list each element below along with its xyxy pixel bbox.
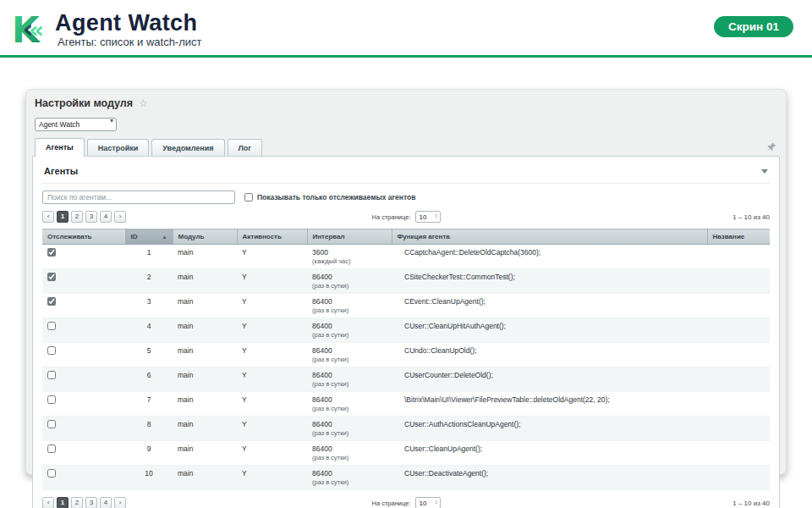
tab-agents[interactable]: Агенты [35, 138, 85, 157]
tab-notifications[interactable]: Уведомления [151, 139, 224, 156]
module-select-wrap: Agent Watch [35, 115, 117, 131]
column-header-track[interactable]: Отслеживать [42, 229, 125, 245]
row-track-checkbox[interactable] [47, 371, 56, 379]
page-button-3[interactable]: 3 [85, 211, 97, 223]
cell-id: 7 [125, 392, 173, 417]
cell-track [42, 318, 125, 343]
cell-id: 6 [125, 367, 173, 392]
cell-active: Y [237, 318, 307, 343]
sort-asc-icon: ▲ [162, 235, 167, 240]
table-row: 2mainY86400(раз в сутки)CSiteCheckerTest… [42, 269, 770, 294]
cell-func: \Bitrix\Main\UI\Viewer\FilePreviewTable:… [392, 392, 707, 417]
page-button-2[interactable]: 2 [71, 497, 83, 508]
screen-badge: Скрин 01 [714, 16, 793, 37]
cell-active: Y [237, 466, 307, 490]
cell-module: main [173, 392, 237, 417]
cell-track [42, 245, 125, 269]
cell-track [42, 466, 125, 490]
row-track-checkbox[interactable] [47, 322, 56, 330]
header-divider [0, 55, 812, 58]
page-button-4[interactable]: 4 [100, 497, 112, 508]
next-page-button[interactable]: › [114, 211, 126, 223]
row-track-checkbox[interactable] [47, 248, 56, 257]
panel-title: Настройки модуля [35, 97, 133, 109]
cell-func: CUser::CleanUpHitAuthAgent(); [392, 318, 707, 343]
svg-text:«: « [29, 16, 44, 43]
section-title: Агенты [44, 166, 78, 176]
row-track-checkbox[interactable] [47, 395, 56, 404]
table-row: 8mainY86400(раз в сутки)CUser::AuthActio… [42, 417, 770, 441]
row-track-checkbox[interactable] [47, 297, 56, 306]
range-label: 1 – 10 из 40 [732, 500, 770, 507]
module-select[interactable]: Agent Watch [35, 118, 117, 131]
column-header-active[interactable]: Активность [237, 229, 307, 245]
row-track-checkbox[interactable] [47, 444, 56, 453]
tab-settings[interactable]: Настройки [87, 139, 149, 156]
tabs-bar: АгентыНастройкиУведомленияЛог [32, 138, 780, 156]
column-header-name[interactable]: Название [707, 229, 770, 245]
cell-track [42, 367, 125, 392]
chevron-down-icon[interactable] [761, 169, 768, 174]
per-page-control: На странице: 10 [372, 497, 441, 508]
cell-interval: 86400(раз в сутки) [307, 466, 392, 490]
cell-interval: 86400(раз в сутки) [307, 269, 392, 294]
cell-module: main [173, 245, 237, 269]
table-row: 7mainY86400(раз в сутки)\Bitrix\Main\UI\… [42, 392, 770, 417]
cell-id: 9 [125, 441, 173, 466]
page-button-2[interactable]: 2 [71, 211, 83, 223]
cell-track [42, 343, 125, 367]
cell-interval: 86400(раз в сутки) [307, 318, 392, 343]
table-row: 1mainY3600(каждый час)CCaptchaAgent::Del… [42, 245, 770, 269]
cell-func: CUser::DeactivateAgent(); [392, 466, 707, 490]
prev-page-button[interactable]: ‹ [42, 211, 54, 223]
per-page-select[interactable]: 10 [415, 211, 441, 223]
table-row: 9mainY86400(раз в сутки)CUser::CleanUpAg… [42, 441, 770, 466]
favorite-star-icon[interactable]: ☆ [139, 98, 148, 108]
row-track-checkbox[interactable] [47, 420, 56, 428]
cell-func: CUndo::CleanUpOld(); [392, 343, 707, 367]
search-input[interactable] [42, 190, 235, 204]
cell-track [42, 441, 125, 466]
column-header-interval[interactable]: Интервал [307, 229, 392, 245]
pagination: ‹1234› [42, 497, 126, 508]
page-button-1[interactable]: 1 [57, 497, 69, 508]
column-header-module[interactable]: Модуль [173, 229, 237, 245]
cell-name [707, 269, 770, 294]
cell-module: main [173, 318, 237, 343]
cell-name [707, 318, 770, 343]
row-track-checkbox[interactable] [47, 273, 56, 281]
cell-func: CEvent::CleanUpAgent(); [392, 294, 707, 318]
row-track-checkbox[interactable] [47, 469, 56, 478]
table-row: 4mainY86400(раз в сутки)CUser::CleanUpHi… [42, 318, 770, 343]
column-header-func[interactable]: Функция агента [392, 229, 707, 245]
cell-id: 10 [125, 466, 173, 490]
cell-module: main [173, 294, 237, 318]
cell-id: 3 [125, 294, 173, 318]
cell-track [42, 269, 125, 294]
range-label: 1 – 10 из 40 [732, 213, 770, 221]
page-subtitle: Агенты: список и watch-лист [58, 36, 202, 48]
cell-active: Y [237, 269, 307, 294]
cell-track [42, 392, 125, 417]
agents-toolbar: Показывать только отслеживаемых агентов [42, 190, 770, 204]
cell-name [707, 417, 770, 441]
prev-page-button[interactable]: ‹ [42, 497, 54, 508]
page-button-1[interactable]: 1 [57, 211, 69, 223]
agents-table: ОтслеживатьID▲МодульАктивностьИнтервалФу… [42, 229, 770, 490]
pagination-bottom: ‹1234› На странице: 10 1 – 10 из 40 [42, 497, 770, 508]
table-row: 3mainY86400(раз в сутки)CEvent::CleanUpA… [42, 294, 770, 318]
cell-interval: 86400(раз в сутки) [307, 392, 392, 417]
tab-log[interactable]: Лог [228, 139, 263, 156]
row-track-checkbox[interactable] [47, 346, 56, 355]
cell-track [42, 417, 125, 441]
cell-func: CCaptchaAgent::DeleteOldCaptcha(3600); [392, 245, 707, 269]
cell-active: Y [237, 294, 307, 318]
tracked-only-checkbox[interactable] [244, 193, 253, 202]
column-header-id[interactable]: ID▲ [125, 229, 173, 245]
next-page-button[interactable]: › [114, 497, 126, 508]
pin-icon-top[interactable] [767, 142, 776, 152]
page-button-3[interactable]: 3 [85, 497, 97, 508]
cell-func: CSiteCheckerTest::CommonTest(); [392, 269, 707, 294]
per-page-select[interactable]: 10 [415, 497, 441, 508]
page-button-4[interactable]: 4 [100, 211, 112, 223]
